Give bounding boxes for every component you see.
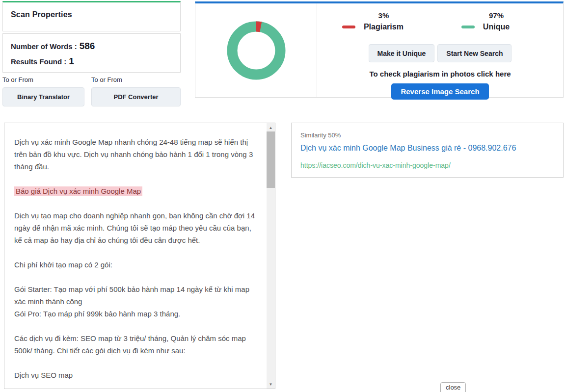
scroll-up-icon[interactable]: ▲	[267, 124, 275, 131]
scroll-down-icon[interactable]: ▼	[267, 380, 275, 388]
make-it-unique-button[interactable]: Make it Unique	[369, 44, 435, 62]
pdf-converter-caption: To or From	[91, 76, 181, 83]
chart-legend: 3% Plagiarism 97% Unique	[342, 11, 538, 31]
document-paragraph: Gói Starter: Tạo map với phí 500k bảo hà…	[14, 283, 256, 320]
scanned-text-container[interactable]: Dịch vụ xác minh Google Map nhanh chóng …	[4, 123, 275, 389]
word-count-label: Number of Words :	[11, 42, 77, 51]
scanned-text-content: Dịch vụ xác minh Google Map nhanh chóng …	[4, 123, 267, 389]
scan-properties-panel: Scan Properties	[2, 1, 181, 31]
word-count-row: Number of Words : 586	[11, 41, 172, 52]
unique-label: Unique	[483, 23, 510, 31]
start-new-search-button[interactable]: Start New Search	[437, 44, 512, 62]
similarity-result-card: Similarity 50% Dịch vụ xác minh Google M…	[291, 123, 564, 178]
legend-item-unique: 97% Unique	[461, 11, 510, 31]
pdf-converter-button[interactable]: PDF Converter	[91, 87, 181, 106]
document-paragraph: Chi phí khởi tạo map có 2 gói:	[14, 259, 256, 271]
plagiarism-legend-row: Plagiarism	[342, 23, 404, 31]
result-action-buttons: Make it Unique Start New Search	[369, 44, 512, 62]
donut-chart-cell	[195, 3, 317, 97]
similarity-percentage-label: Similarity 50%	[300, 131, 554, 139]
scan-properties-title: Scan Properties	[11, 10, 172, 19]
unique-percentage: 97%	[461, 11, 510, 20]
unique-color-dash-icon	[461, 26, 475, 28]
plagiarism-percentage: 3%	[342, 11, 404, 20]
binary-translator-group: To or From Binary Translator	[2, 76, 84, 106]
document-paragraph: Dịch vụ xác minh Google Map nhanh chóng …	[14, 136, 256, 173]
result-actions-cell: 3% Plagiarism 97% Unique Make it Unique …	[317, 3, 563, 97]
word-count-value: 586	[80, 41, 95, 52]
plagiarism-color-dash-icon	[342, 26, 355, 28]
close-button[interactable]: close	[440, 382, 466, 392]
legend-item-plagiarism: 3% Plagiarism	[342, 11, 404, 31]
document-paragraph: Dịch vụ SEO map	[14, 369, 256, 381]
results-found-value: 1	[69, 56, 74, 67]
binary-translator-caption: To or From	[2, 76, 84, 83]
matched-source-url: https://iacseo.com/dich-vu-xac-minh-goog…	[300, 161, 554, 169]
results-found-row: Results Found : 1	[11, 56, 172, 67]
pdf-converter-group: To or From PDF Converter	[91, 76, 181, 106]
matched-source-link[interactable]: Dịch vụ xác minh Google Map Business giá…	[300, 144, 516, 153]
results-found-label: Results Found :	[11, 57, 66, 66]
photo-plagiarism-note: To check plagiarism in photos click here	[369, 70, 511, 78]
text-scrollbar[interactable]: ▲ ▼	[267, 123, 275, 389]
document-paragraph: Các dịch vụ đi kèm: SEO map từ 3 triệu/ …	[14, 332, 256, 357]
reverse-image-search-button[interactable]: Reverse Image Search	[391, 83, 488, 100]
plagiarism-label: Plagiarism	[364, 23, 404, 31]
document-paragraph: Dịch vụ tạo map cho doanh nghiệp nhanh g…	[14, 209, 256, 246]
unique-legend-row: Unique	[461, 23, 510, 31]
plagiarism-result-panel: 3% Plagiarism 97% Unique Make it Unique …	[195, 1, 564, 98]
scrollbar-thumb[interactable]	[267, 131, 275, 188]
highlighted-sentence: Báo giá Dịch vụ xác minh Google Map	[14, 185, 256, 197]
scan-stats-panel: Number of Words : 586 Results Found : 1	[2, 33, 181, 73]
binary-translator-button[interactable]: Binary Translator	[2, 87, 84, 106]
plagiarism-donut-chart	[226, 21, 286, 80]
